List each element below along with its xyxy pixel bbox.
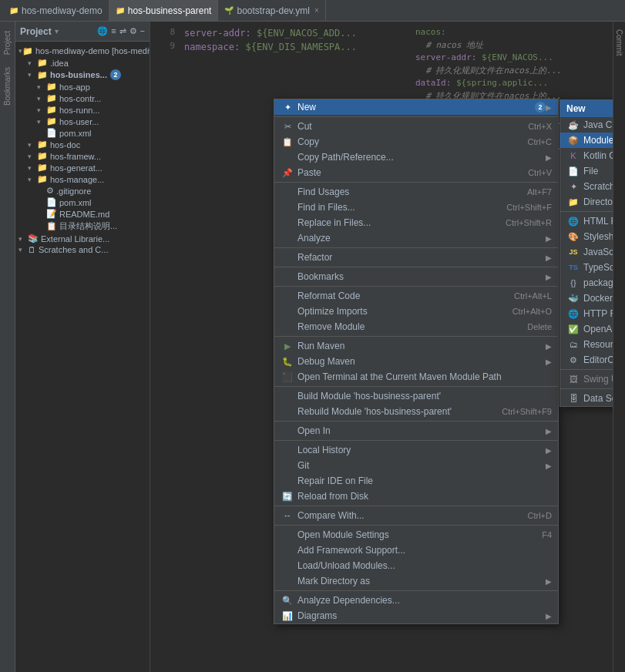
pom-icon-2: 📄 <box>46 197 57 207</box>
menu-item-module-settings[interactable]: Open Module Settings F4 <box>274 527 558 543</box>
menu-item-optimize[interactable]: Optimize Imports Ctrl+Alt+O <box>274 304 558 319</box>
tree-item-readme[interactable]: 📝 README.md <box>15 208 150 220</box>
menu-item-debug-maven[interactable]: 🐛 Debug Maven ▶ <box>274 354 558 369</box>
tree-item-hos-user[interactable]: ▾ 📁 hos-user... <box>15 116 150 127</box>
tree-item-gitignore[interactable]: ⚙ .gitignore <box>15 185 150 197</box>
menu-item-analyze[interactable]: Analyze ▶ <box>274 230 558 246</box>
bookmarks-side-label[interactable]: Bookmarks <box>3 67 12 106</box>
tree-item-scratches[interactable]: ▾ 🗒 Scratches and C... <box>15 244 150 255</box>
tree-item-hos-runn[interactable]: ▾ 📁 hos-runn... <box>15 104 150 116</box>
menu-item-copy-path[interactable]: Copy Path/Reference... ▶ <box>274 150 558 165</box>
sep-4 <box>274 267 558 267</box>
globe-icon[interactable]: 🌐 <box>97 26 108 36</box>
menu-item-find-usages[interactable]: Find Usages Alt+F7 <box>274 184 558 200</box>
close-tab-icon[interactable]: × <box>314 6 319 15</box>
tree-item-hos-manage[interactable]: ▾ 📁 hos-manage... <box>15 173 150 185</box>
menu-item-load-unload[interactable]: Load/Unload Modules... <box>274 558 558 573</box>
tree-item-hos-doc[interactable]: ▾ 📁 hos-doc <box>15 139 150 150</box>
submenu-http[interactable]: 🌐 HTTP Request <box>560 306 613 321</box>
menu-item-paste[interactable]: 📌 Paste Ctrl+V <box>274 165 558 180</box>
tree-item-idea[interactable]: ▾ 📁 .idea <box>15 57 150 69</box>
compare-icon: ↔ <box>281 511 294 520</box>
submenu-dockerfile[interactable]: 🐳 Dockerfile <box>560 291 613 306</box>
tab-hos-mediway-demo[interactable]: 📁 hos-mediway-demo <box>3 0 109 21</box>
sep-1 <box>274 116 558 117</box>
minimize-icon[interactable]: − <box>140 26 145 36</box>
menu-item-bookmarks[interactable]: Bookmarks ▶ <box>274 269 558 284</box>
tree-item-dir-desc[interactable]: 📋 目录结构说明... <box>15 220 150 233</box>
menu-item-git[interactable]: Git ▶ <box>274 458 558 473</box>
submenu-package-json[interactable]: {} package.json <box>560 275 613 291</box>
menu-item-diagrams[interactable]: 📊 Diagrams ▶ <box>274 608 558 623</box>
submenu-css[interactable]: 🎨 Stylesheet <box>560 229 613 244</box>
submenu-kotlin[interactable]: Κ Kotlin Class/File <box>560 148 613 163</box>
sep-8 <box>274 421 558 422</box>
tree-item-hos-framew[interactable]: ▾ 📁 hos-framew... <box>15 150 150 162</box>
tab-bootstrap-dev[interactable]: 🌱 bootstrap-dev.yml × <box>218 0 325 21</box>
tree-item-hos-app[interactable]: ▾ 📁 hos-app <box>15 81 150 92</box>
submenu-java-class[interactable]: ☕ Java Class <box>560 117 613 133</box>
submenu-directory[interactable]: 📁 Directory <box>560 194 613 210</box>
menu-item-compare[interactable]: ↔ Compare With... Ctrl+D <box>274 508 558 523</box>
gitignore-icon: ⚙ <box>46 186 54 196</box>
menu-item-analyze-deps[interactable]: 🔍 Analyze Dependencies... <box>274 593 558 608</box>
menu-item-refactor[interactable]: Refactor ▶ <box>274 250 558 265</box>
submenu-module[interactable]: 📦 Module... 3 <box>560 133 613 148</box>
submenu-file[interactable]: 📄 File <box>560 163 613 179</box>
menu-item-cut[interactable]: ✂ Cut Ctrl+X <box>274 119 558 134</box>
menu-item-local-history[interactable]: Local History ▶ <box>274 442 558 458</box>
menu-item-repair-ide[interactable]: Repair IDE on File <box>274 473 558 489</box>
sync-icon[interactable]: ⇌ <box>119 26 126 36</box>
swing-icon: 🖼 <box>566 375 580 384</box>
menu-item-reload[interactable]: 🔄 Reload from Disk <box>274 489 558 504</box>
menu-item-find-files[interactable]: Find in Files... Ctrl+Shift+F <box>274 200 558 215</box>
tree-item-hos-contr[interactable]: ▾ 📁 hos-contr... <box>15 92 150 104</box>
menu-item-new[interactable]: ✦ New 2 ▶ <box>274 99 558 115</box>
menu-item-copy[interactable]: 📋 Copy Ctrl+C <box>274 134 558 150</box>
http-icon: 🌐 <box>566 309 580 319</box>
submenu-resource-bundle[interactable]: 🗂 Resource Bundle <box>560 337 613 352</box>
new-submenu: New ▶ ☕ Java Class 📦 Module... 3 Κ Kot <box>559 99 613 407</box>
submenu-openapi[interactable]: ✅ OpenAPI Specification <box>560 321 613 337</box>
folder-icon-1: 📁 <box>9 6 18 15</box>
project-side-label[interactable]: Project <box>3 31 12 55</box>
tree-item-root[interactable]: ▾ 📁 hos-mediway-demo [hos-mediway] 1 <box>15 45 150 57</box>
menu-item-framework[interactable]: Add Framework Support... <box>274 543 558 558</box>
sep-9 <box>274 440 558 441</box>
arrow-icon: ▾ <box>18 246 28 254</box>
ts-icon: TS <box>566 264 580 271</box>
tree-item-pom2[interactable]: 📄 pom.xml <box>15 197 150 208</box>
menu-item-replace[interactable]: Replace in Files... Ctrl+Shift+R <box>274 215 558 230</box>
tab-hos-business-parent[interactable]: 📁 hos-business-parent <box>109 0 219 21</box>
submenu-datasource[interactable]: 🗄 Data Source in Path <box>560 391 613 406</box>
menu-item-reformat[interactable]: Reformat Code Ctrl+Alt+L <box>274 288 558 304</box>
folder-icon: 📁 <box>22 46 33 56</box>
tree-item-hos-business[interactable]: ▾ 📁 hos-busines... 2 <box>15 69 150 81</box>
menu-item-open-in[interactable]: Open In ▶ <box>274 423 558 438</box>
main-layout: Project Bookmarks Project ▾ 🌐 ≡ ⇌ ⚙ − ▾ … <box>0 22 625 672</box>
arrow-icon: ▾ <box>28 153 37 160</box>
menu-item-rebuild[interactable]: Rebuild Module 'hos-business-parent' Ctr… <box>274 404 558 419</box>
settings-icon[interactable]: ⚙ <box>129 26 137 36</box>
submenu-js[interactable]: JS JavaScript File <box>560 244 613 260</box>
menu-item-remove-module[interactable]: Remove Module Delete <box>274 319 558 334</box>
submenu-html[interactable]: 🌐 HTML File <box>560 213 613 229</box>
openapi-icon: ✅ <box>566 324 580 334</box>
commit-label[interactable]: Commit <box>615 29 623 55</box>
arrow-icon: ▾ <box>37 83 46 91</box>
tree-item-pom1[interactable]: 📄 pom.xml <box>15 127 150 139</box>
submenu-ts[interactable]: TS TypeScript File <box>560 260 613 275</box>
submenu-editorconfig[interactable]: ⚙ EditorConfig File <box>560 352 613 368</box>
sub-sep-1 <box>560 211 613 212</box>
menu-item-mark-dir[interactable]: Mark Directory as ▶ <box>274 573 558 589</box>
tree-item-hos-generat[interactable]: ▾ 📁 hos-generat... <box>15 162 150 173</box>
tree-item-ext-lib[interactable]: ▾ 📚 External Librarie... <box>15 233 150 244</box>
submenu-scratch[interactable]: ✦ Scratch File Ctrl+Alt+Shift+Insert <box>560 179 613 194</box>
list-icon[interactable]: ≡ <box>111 26 116 36</box>
menu-item-terminal[interactable]: ⬛ Open Terminal at the Current Maven Mod… <box>274 369 558 385</box>
submenu-swing[interactable]: 🖼 Swing UI Designer <box>560 371 613 387</box>
menu-item-build[interactable]: Build Module 'hos-business-parent' <box>274 388 558 404</box>
menu-item-run-maven[interactable]: ▶ Run Maven ▶ <box>274 338 558 354</box>
run-maven-icon: ▶ <box>281 341 294 351</box>
pom-icon-1: 📄 <box>46 128 57 138</box>
